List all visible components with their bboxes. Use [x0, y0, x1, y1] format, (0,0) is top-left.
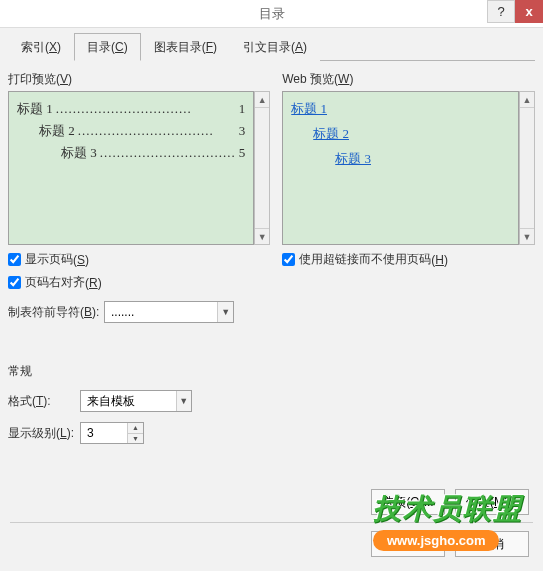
checkbox-input[interactable]	[282, 253, 295, 266]
leader-input[interactable]	[105, 302, 217, 322]
checkbox-input[interactable]	[8, 253, 21, 266]
web-preview-box: 标题 1 标题 2 标题 3	[282, 91, 519, 245]
scroll-up-icon[interactable]: ▲	[520, 92, 534, 108]
leader-dots: ................................	[100, 142, 236, 164]
dialog-body: 索引(X) 目录(C) 图表目录(F) 引文目录(A) 打印预览(V) 标题 1…	[0, 28, 543, 571]
tab-toc[interactable]: 目录(C)	[74, 33, 141, 61]
web-toc-link[interactable]: 标题 3	[335, 148, 371, 170]
scroll-up-icon[interactable]: ▲	[255, 92, 269, 108]
dialog-button-row: 确定 取消	[371, 531, 529, 557]
titlebar: 目录 ? x	[0, 0, 543, 28]
close-button[interactable]: x	[515, 0, 543, 23]
tab-strip: 索引(X) 目录(C) 图表目录(F) 引文目录(A)	[8, 32, 535, 61]
chevron-down-icon[interactable]: ▼	[176, 391, 191, 411]
spin-down-icon[interactable]: ▼	[128, 434, 143, 444]
leader-dots: ................................	[56, 98, 236, 120]
web-toc-link[interactable]: 标题 1	[291, 98, 327, 120]
titlebar-buttons: ? x	[487, 0, 543, 23]
tab-figures[interactable]: 图表目录(F)	[141, 33, 230, 61]
levels-row: 显示级别(L): ▲▼	[8, 422, 535, 444]
scrollbar[interactable]: ▲▼	[254, 91, 270, 245]
options-button-row: 选项(O)... 修改(M)...	[371, 489, 529, 515]
dialog-title: 目录	[0, 0, 543, 28]
checkbox-input[interactable]	[8, 276, 21, 289]
options-button[interactable]: 选项(O)...	[371, 489, 445, 515]
tab-index[interactable]: 索引(X)	[8, 33, 74, 61]
separator	[10, 522, 533, 523]
format-input[interactable]	[81, 391, 176, 411]
use-hyperlinks-checkbox[interactable]: 使用超链接而不使用页码(H)	[282, 251, 535, 268]
show-page-numbers-checkbox[interactable]: 显示页码(S)	[8, 251, 270, 268]
leader-row: 制表符前导符(B): ▼	[8, 301, 270, 323]
spin-up-icon[interactable]: ▲	[128, 423, 143, 434]
leader-dots: ................................	[78, 120, 236, 142]
toc-page: 3	[239, 120, 246, 142]
levels-spinner[interactable]: ▲▼	[80, 422, 144, 444]
general-group-label: 常规	[8, 363, 535, 380]
levels-input[interactable]	[81, 423, 127, 443]
leader-label: 制表符前导符(B):	[8, 304, 104, 321]
print-preview-box: 标题 1................................1 标题…	[8, 91, 254, 245]
toc-entry: 标题 1	[17, 98, 53, 120]
toc-page: 5	[239, 142, 246, 164]
right-align-checkbox[interactable]: 页码右对齐(R)	[8, 274, 270, 291]
modify-button[interactable]: 修改(M)...	[455, 489, 529, 515]
scrollbar[interactable]: ▲▼	[519, 91, 535, 245]
web-preview-col: Web 预览(W) 标题 1 标题 2 标题 3 ▲▼ 使用超链接而不使用页码(…	[282, 67, 535, 333]
chevron-down-icon[interactable]: ▼	[217, 302, 233, 322]
format-label: 格式(T):	[8, 393, 80, 410]
format-combo[interactable]: ▼	[80, 390, 192, 412]
toc-page: 1	[239, 98, 246, 120]
web-toc-link[interactable]: 标题 2	[313, 123, 349, 145]
toc-entry: 标题 3	[61, 142, 97, 164]
levels-label: 显示级别(L):	[8, 425, 80, 442]
format-row: 格式(T): ▼	[8, 390, 535, 412]
preview-row: 打印预览(V) 标题 1............................…	[8, 67, 535, 333]
print-preview-label: 打印预览(V)	[8, 71, 270, 88]
ok-button[interactable]: 确定	[371, 531, 445, 557]
scroll-down-icon[interactable]: ▼	[520, 228, 534, 244]
toc-entry: 标题 2	[39, 120, 75, 142]
help-button[interactable]: ?	[487, 0, 515, 23]
web-preview-label: Web 预览(W)	[282, 71, 535, 88]
scroll-down-icon[interactable]: ▼	[255, 228, 269, 244]
cancel-button[interactable]: 取消	[455, 531, 529, 557]
leader-combo[interactable]: ▼	[104, 301, 234, 323]
tab-citations[interactable]: 引文目录(A)	[230, 33, 320, 61]
print-preview-col: 打印预览(V) 标题 1............................…	[8, 67, 270, 333]
